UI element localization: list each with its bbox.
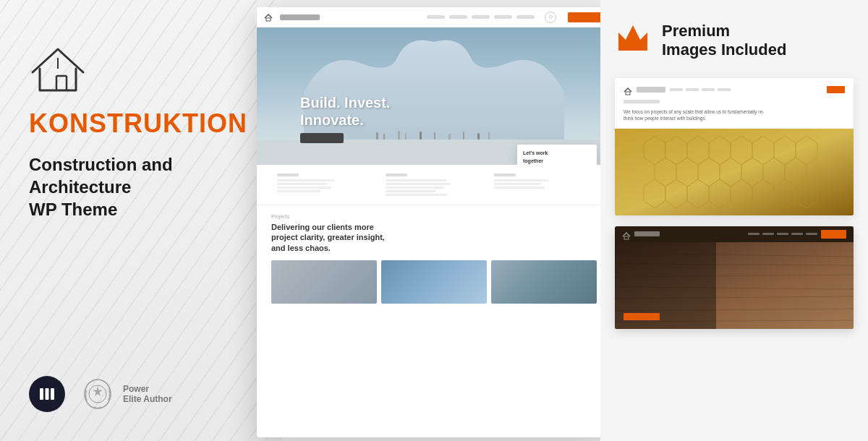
svg-rect-24 — [615, 129, 854, 215]
premium-badge: Premium Images Included — [615, 14, 854, 67]
elite-author-badge: Power Elite Author — [80, 376, 172, 412]
svg-rect-10 — [266, 18, 271, 21]
project-images — [271, 260, 597, 304]
nav-cta — [568, 12, 604, 22]
right-card-2-button[interactable] — [624, 313, 660, 320]
svg-rect-14 — [405, 133, 407, 140]
cta-card-title: Let's work — [523, 150, 591, 155]
right-card-text: We focus on projects of any scale that a… — [624, 108, 768, 121]
right-card-2: The bestLos Angelescontractor forhome re… — [615, 226, 854, 329]
svg-rect-48 — [624, 236, 629, 239]
svg-rect-13 — [398, 131, 400, 140]
elite-author-text: Power Elite Author — [123, 384, 172, 404]
svg-rect-5 — [46, 388, 49, 400]
left-panel: KONSTRUKTION Construction and Architectu… — [0, 0, 282, 441]
svg-rect-12 — [383, 134, 385, 140]
svg-rect-23 — [626, 92, 630, 95]
premium-text: Premium Images Included — [662, 22, 786, 60]
right-card-2-body: The bestLos Angelescontractor forhome re… — [615, 242, 854, 329]
svg-rect-16 — [434, 132, 435, 140]
stat-col-1 — [271, 174, 380, 196]
stat-col-3 — [488, 174, 597, 196]
logo-icon — [29, 43, 87, 94]
tagline: Construction and Architecture WP Theme — [29, 153, 173, 221]
right-card-nav-items — [670, 88, 731, 91]
right-panel: Premium Images Included — [600, 0, 868, 441]
brand-name: KONSTRUKTION — [29, 108, 247, 139]
badges: Power Elite Author — [29, 376, 172, 412]
project-image-3 — [491, 260, 597, 304]
svg-rect-19 — [477, 133, 480, 140]
mockup-hero: Build. Invest. Innovate. Let's work toge… — [257, 27, 611, 165]
svg-rect-6 — [51, 388, 54, 400]
project-image-2 — [381, 260, 487, 304]
svg-marker-9 — [93, 386, 103, 396]
elementor-badge — [29, 376, 65, 412]
projects-title: Delivering our clients moreproject clari… — [271, 222, 597, 253]
center-mockup: Build. Invest. Innovate. Let's work toge… — [257, 7, 611, 437]
mockup-stats — [257, 165, 611, 205]
crown-icon — [615, 22, 651, 51]
right-card-2-nav — [615, 226, 854, 242]
nav-items — [427, 15, 535, 19]
svg-rect-11 — [376, 132, 378, 140]
right-card-top: We focus on projects of any scale that a… — [615, 78, 854, 129]
hero-cta-button[interactable] — [300, 133, 344, 143]
svg-marker-21 — [618, 25, 647, 47]
svg-rect-4 — [40, 388, 43, 400]
right-card-2-cta — [821, 230, 846, 239]
stat-col-2 — [380, 174, 488, 196]
svg-rect-15 — [420, 132, 422, 140]
right-card-1: We focus on projects of any scale that a… — [615, 78, 854, 215]
right-card-nav — [624, 85, 845, 94]
hero-text: Build. Invest. Innovate. — [300, 94, 390, 129]
mockup-navbar — [257, 7, 611, 27]
svg-rect-17 — [448, 134, 451, 140]
svg-rect-20 — [488, 132, 490, 140]
projects-label: Projects — [271, 214, 597, 219]
right-card-2-logo — [634, 231, 660, 236]
project-image-1 — [271, 260, 377, 304]
right-card-logo — [637, 87, 665, 93]
cta-card: Let's work together — [517, 145, 597, 165]
right-card-image — [615, 129, 854, 215]
cta-card-sub: together — [523, 158, 591, 163]
mockup-projects: Projects Delivering our clients moreproj… — [257, 205, 611, 312]
right-card-2-nav-items — [748, 233, 817, 235]
svg-rect-18 — [463, 132, 464, 140]
svg-rect-22 — [618, 47, 647, 51]
